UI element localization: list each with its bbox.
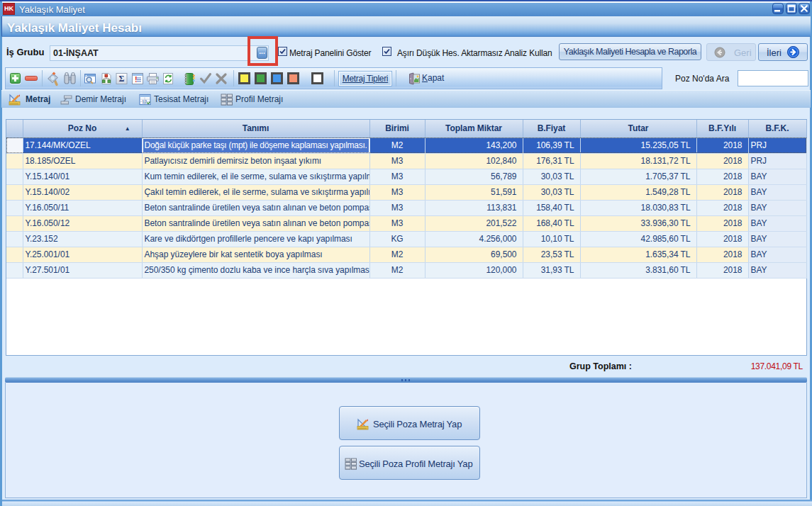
svg-text:12: 12: [142, 99, 148, 104]
svg-text:!: !: [135, 75, 138, 84]
svg-text:Σ: Σ: [119, 74, 125, 84]
